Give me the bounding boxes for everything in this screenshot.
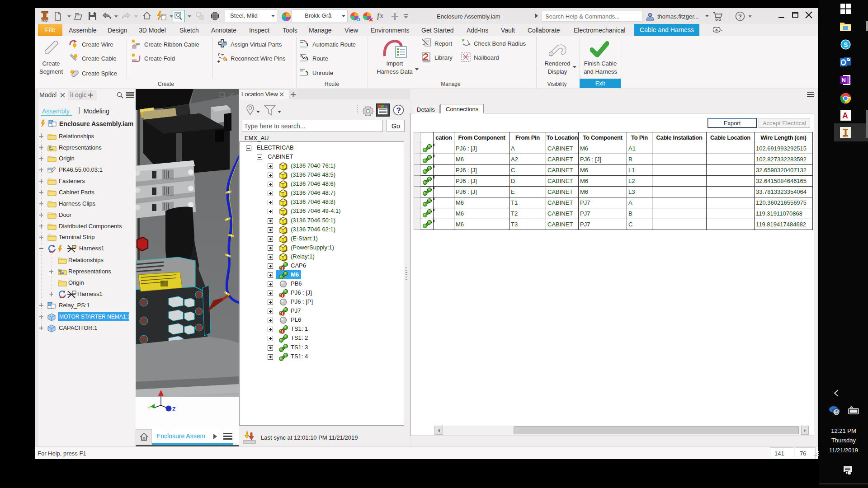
- svg-text:PRO: PRO: [42, 19, 47, 22]
- svg-text:N: N: [842, 77, 846, 84]
- svg-text:?: ?: [738, 13, 742, 20]
- svg-text:Y: Y: [147, 406, 151, 411]
- svg-text:A: A: [842, 111, 848, 120]
- svg-text:PRO: PRO: [843, 135, 848, 138]
- svg-text:S: S: [844, 41, 848, 48]
- svg-text:Z: Z: [172, 406, 175, 413]
